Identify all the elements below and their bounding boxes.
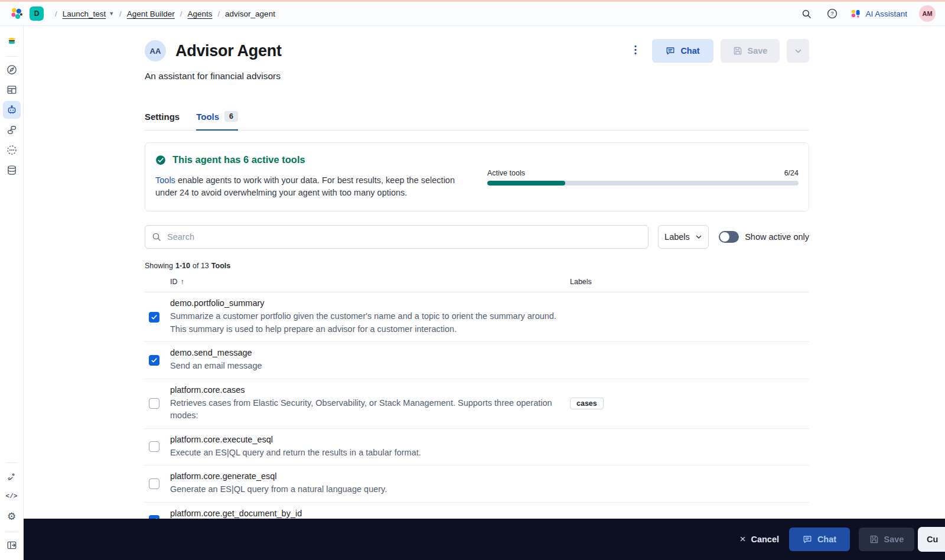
breadcrumb-deployment[interactable]: Launch_test bbox=[63, 9, 106, 18]
chat-icon bbox=[803, 535, 812, 544]
active-tools-callout: This agent has 6 active tools Tools enab… bbox=[145, 142, 809, 211]
sidebar-item-dashboards[interactable] bbox=[3, 81, 21, 99]
breadcrumb-agent-builder[interactable]: Agent Builder bbox=[127, 9, 175, 18]
column-header-id[interactable]: ID ↑ bbox=[170, 278, 184, 286]
save-icon bbox=[869, 535, 879, 544]
success-check-icon bbox=[155, 155, 166, 165]
footer-chat-button[interactable]: Chat bbox=[789, 528, 850, 551]
breadcrumb-agents[interactable]: Agents bbox=[187, 9, 212, 18]
tab-bar: Settings Tools 6 bbox=[145, 111, 809, 131]
sort-ascending-icon: ↑ bbox=[181, 278, 184, 286]
tool-checkbox[interactable] bbox=[149, 398, 159, 409]
tab-tools[interactable]: Tools 6 bbox=[196, 111, 238, 131]
table-row: platform.core.cases Retrieves cases from… bbox=[145, 379, 809, 429]
search-input[interactable] bbox=[145, 225, 649, 249]
tool-description: Summarize a customer portfolio given the… bbox=[170, 310, 561, 336]
sidebar-item-connectors[interactable] bbox=[3, 121, 21, 139]
bottom-action-bar: × Cancel Chat Save Cu bbox=[24, 519, 945, 560]
chat-button-label: Chat bbox=[680, 46, 699, 56]
chevron-down-icon bbox=[695, 233, 702, 240]
chevron-down-icon: ▼ bbox=[109, 11, 114, 17]
breadcrumb-separator: / bbox=[180, 9, 183, 18]
sidebar-item-machine-learning[interactable] bbox=[3, 141, 21, 159]
chevron-down-icon bbox=[794, 47, 802, 55]
sidebar-divider bbox=[5, 463, 18, 463]
tab-settings[interactable]: Settings bbox=[145, 111, 180, 131]
svg-text:?: ? bbox=[831, 10, 834, 17]
sidebar-divider bbox=[5, 56, 18, 57]
save-icon bbox=[733, 46, 742, 56]
active-tools-progress: Active tools 6/24 bbox=[487, 154, 799, 199]
table-row: platform.core.execute_esql Execute an ES… bbox=[145, 429, 809, 466]
tools-count-badge: 6 bbox=[224, 111, 238, 122]
table-header: ID ↑ Labels bbox=[145, 278, 809, 292]
close-icon: × bbox=[740, 533, 746, 545]
filter-row: Labels Show active only bbox=[145, 225, 809, 249]
tool-checkbox[interactable] bbox=[149, 312, 159, 323]
tool-description: Send an email message bbox=[170, 360, 561, 373]
tab-divider bbox=[145, 130, 809, 131]
collapse-navigation-icon[interactable] bbox=[3, 536, 21, 554]
agent-description: An assistant for financial advisors bbox=[145, 71, 809, 82]
sidebar-item-data[interactable] bbox=[3, 161, 21, 179]
agent-avatar: AA bbox=[145, 40, 166, 61]
chat-button[interactable]: Chat bbox=[652, 39, 713, 63]
show-active-only-toggle[interactable]: Show active only bbox=[719, 231, 809, 243]
tools-link[interactable]: Tools bbox=[155, 175, 175, 185]
save-options-button[interactable] bbox=[787, 39, 809, 63]
left-sidebar: </> ⚙ bbox=[0, 26, 24, 560]
table-row: demo.portfolio_summary Summarize a custo… bbox=[145, 292, 809, 342]
tool-id: platform.core.get_document_by_id bbox=[170, 509, 570, 518]
ai-assistant-button[interactable]: AI Assistant bbox=[851, 9, 907, 18]
tool-description: Retrieves cases from Elastic Security, O… bbox=[170, 397, 561, 422]
ai-assistant-label: AI Assistant bbox=[865, 9, 907, 18]
search-icon[interactable] bbox=[799, 6, 813, 21]
sidebar-item-launch[interactable] bbox=[3, 467, 21, 485]
table-row: demo.send_message Send an email message bbox=[145, 342, 809, 379]
breadcrumb: / Launch_test ▼ / Agent Builder / Agents… bbox=[50, 9, 275, 18]
tool-checkbox[interactable] bbox=[149, 355, 159, 366]
sidebar-item-agent-builder[interactable] bbox=[3, 101, 21, 119]
elastic-logo-icon[interactable] bbox=[9, 6, 24, 21]
save-button-label: Save bbox=[748, 46, 768, 56]
space-badge[interactable]: D bbox=[30, 6, 44, 21]
labels-filter-button[interactable]: Labels bbox=[658, 225, 709, 249]
toggle-switch-off bbox=[719, 231, 739, 243]
elastic-mark-icon[interactable] bbox=[3, 32, 21, 50]
tool-id: demo.send_message bbox=[170, 348, 570, 357]
tool-checkbox[interactable] bbox=[149, 441, 159, 452]
tool-description: Generate an ES|QL query from a natural l… bbox=[170, 483, 561, 496]
labels-filter-label: Labels bbox=[664, 232, 690, 242]
tool-description: Execute an ES|QL query and return the re… bbox=[170, 447, 561, 460]
footer-save-button[interactable]: Save bbox=[859, 528, 914, 551]
partial-offscreen-button[interactable]: Cu bbox=[918, 527, 945, 552]
agent-header: AA Advisor Agent Chat bbox=[145, 39, 809, 63]
more-options-icon[interactable] bbox=[631, 43, 640, 60]
footer-save-label: Save bbox=[884, 535, 904, 544]
breadcrumb-separator: / bbox=[119, 9, 122, 18]
tool-checkbox[interactable] bbox=[149, 478, 159, 489]
gear-icon: ⚙ bbox=[7, 512, 16, 522]
tools-table: demo.portfolio_summary Summarize a custo… bbox=[145, 292, 809, 539]
sidebar-item-dev-tools[interactable]: </> bbox=[3, 487, 21, 505]
page-title: Advisor Agent bbox=[175, 42, 282, 60]
tool-id: platform.core.execute_esql bbox=[170, 435, 570, 444]
callout-body: Tools enable agents to work with your da… bbox=[155, 174, 479, 199]
sidebar-divider bbox=[5, 532, 18, 532]
help-icon[interactable]: ? bbox=[825, 6, 839, 21]
show-active-only-label: Show active only bbox=[745, 232, 809, 242]
cancel-button[interactable]: × Cancel bbox=[740, 533, 780, 545]
sidebar-item-settings[interactable]: ⚙ bbox=[3, 507, 21, 525]
user-avatar[interactable]: AM bbox=[919, 5, 936, 22]
tool-id: demo.portfolio_summary bbox=[170, 298, 570, 308]
save-button[interactable]: Save bbox=[721, 39, 780, 63]
callout-title: This agent has 6 active tools bbox=[172, 154, 305, 165]
results-summary: Showing1-10of 13Tools bbox=[145, 262, 809, 270]
breadcrumb-separator: / bbox=[55, 9, 57, 18]
search-icon bbox=[152, 232, 161, 244]
sidebar-item-discover[interactable] bbox=[3, 61, 21, 79]
top-accent-strip bbox=[0, 0, 945, 2]
breadcrumb-separator: / bbox=[217, 9, 220, 18]
label-badge: cases bbox=[570, 398, 604, 409]
top-navbar: D / Launch_test ▼ / Agent Builder / Agen… bbox=[0, 2, 945, 26]
